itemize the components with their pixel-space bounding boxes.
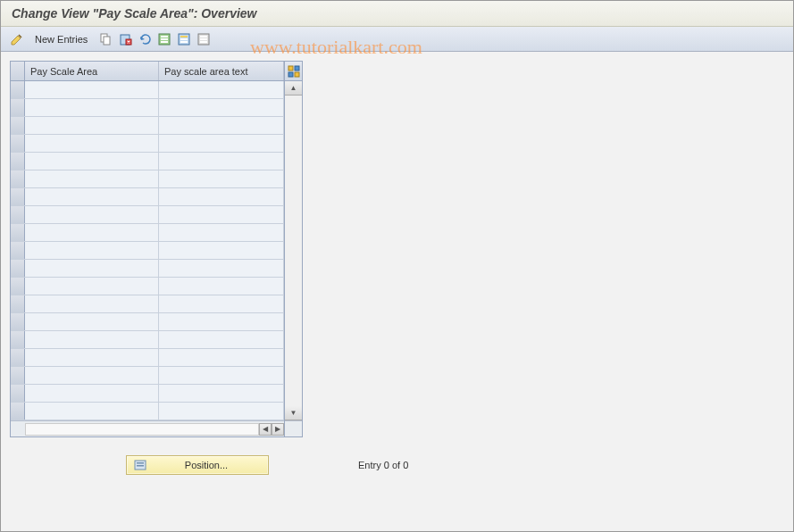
horizontal-scrollbar: ◀ ▶	[11, 420, 284, 436]
undo-icon[interactable]	[138, 32, 152, 46]
toolbar: New Entries	[1, 27, 793, 52]
data-table: Pay Scale Area Pay scale area text ◀ ▶ ▲…	[10, 61, 303, 437]
cell-pay-scale-area-text[interactable]	[159, 331, 284, 348]
table-row	[11, 403, 284, 420]
cell-pay-scale-area-text[interactable]	[159, 99, 284, 116]
row-selector[interactable]	[11, 367, 25, 384]
row-selector[interactable]	[11, 117, 25, 134]
table-row	[11, 385, 284, 403]
deselect-all-icon[interactable]	[196, 32, 211, 46]
cell-pay-scale-area-text[interactable]	[159, 242, 284, 259]
cell-pay-scale-area-text[interactable]	[159, 170, 284, 187]
table-row	[11, 295, 284, 313]
position-icon	[134, 459, 146, 471]
cell-pay-scale-area[interactable]	[25, 278, 159, 295]
vscroll-track[interactable]	[285, 96, 302, 406]
cell-pay-scale-area[interactable]	[25, 260, 159, 277]
row-selector[interactable]	[11, 224, 25, 241]
cell-pay-scale-area-text[interactable]	[159, 117, 284, 134]
svg-rect-19	[295, 72, 299, 77]
cell-pay-scale-area-text[interactable]	[159, 403, 284, 420]
table-header: Pay Scale Area Pay scale area text	[11, 62, 284, 81]
cell-pay-scale-area[interactable]	[25, 188, 159, 205]
cell-pay-scale-area[interactable]	[25, 295, 159, 312]
cell-pay-scale-area[interactable]	[25, 117, 159, 134]
cell-pay-scale-area[interactable]	[25, 242, 159, 259]
cell-pay-scale-area[interactable]	[25, 313, 159, 330]
cell-pay-scale-area[interactable]	[25, 206, 159, 223]
table-body	[11, 81, 284, 420]
table-row	[11, 135, 284, 153]
cell-pay-scale-area-text[interactable]	[159, 260, 284, 277]
row-selector[interactable]	[11, 99, 25, 116]
svg-rect-16	[288, 66, 293, 71]
cell-pay-scale-area[interactable]	[25, 153, 159, 170]
svg-rect-10	[180, 38, 188, 40]
select-all-icon[interactable]	[157, 32, 171, 46]
cell-pay-scale-area-text[interactable]	[159, 367, 284, 384]
table-row	[11, 81, 284, 99]
column-header-pay-scale-area-text[interactable]: Pay scale area text	[159, 62, 284, 80]
entry-status-text: Entry 0 of 0	[358, 460, 408, 470]
cell-pay-scale-area-text[interactable]	[159, 295, 284, 312]
row-selector[interactable]	[11, 242, 25, 259]
cell-pay-scale-area-text[interactable]	[159, 135, 284, 152]
row-selector[interactable]	[11, 349, 25, 366]
cell-pay-scale-area-text[interactable]	[159, 188, 284, 205]
row-selector[interactable]	[11, 81, 25, 98]
cell-pay-scale-area[interactable]	[25, 81, 159, 98]
page-title: Change View "Pay Scale Area": Overview	[1, 1, 793, 27]
table-settings-icon[interactable]	[285, 62, 302, 81]
cell-pay-scale-area[interactable]	[25, 403, 159, 420]
delete-icon[interactable]	[118, 32, 132, 46]
cell-pay-scale-area-text[interactable]	[159, 313, 284, 330]
cell-pay-scale-area[interactable]	[25, 135, 159, 152]
cell-pay-scale-area-text[interactable]	[159, 206, 284, 223]
vscroll-down-icon[interactable]: ▼	[285, 406, 302, 420]
row-selector[interactable]	[11, 331, 25, 348]
hscroll-left-icon[interactable]: ◀	[259, 423, 272, 436]
svg-rect-21	[137, 462, 144, 464]
cell-pay-scale-area[interactable]	[25, 99, 159, 116]
row-selector[interactable]	[11, 188, 25, 205]
cell-pay-scale-area-text[interactable]	[159, 385, 284, 402]
row-selector[interactable]	[11, 135, 25, 152]
cell-pay-scale-area[interactable]	[25, 367, 159, 384]
row-selector[interactable]	[11, 260, 25, 277]
table-row	[11, 170, 284, 188]
row-selector[interactable]	[11, 170, 25, 187]
row-selector[interactable]	[11, 153, 25, 170]
row-selector[interactable]	[11, 385, 25, 402]
row-selector[interactable]	[11, 403, 25, 420]
table-row	[11, 224, 284, 242]
vscroll-up-icon[interactable]: ▲	[285, 81, 302, 96]
column-header-pay-scale-area[interactable]: Pay Scale Area	[25, 62, 159, 80]
scroll-corner	[285, 420, 302, 436]
new-entries-button[interactable]: New Entries	[29, 34, 93, 45]
svg-rect-22	[137, 465, 144, 467]
cell-pay-scale-area[interactable]	[25, 224, 159, 241]
toggle-edit-icon[interactable]	[10, 32, 24, 46]
row-selector[interactable]	[11, 295, 25, 312]
position-button[interactable]: Position...	[126, 455, 269, 475]
cell-pay-scale-area[interactable]	[25, 385, 159, 402]
cell-pay-scale-area-text[interactable]	[159, 278, 284, 295]
cell-pay-scale-area-text[interactable]	[159, 153, 284, 170]
row-selector[interactable]	[11, 206, 25, 223]
hscroll-right-icon[interactable]: ▶	[272, 423, 284, 436]
cell-pay-scale-area[interactable]	[25, 170, 159, 187]
hscroll-track[interactable]	[25, 423, 259, 436]
cell-pay-scale-area[interactable]	[25, 349, 159, 366]
select-block-icon[interactable]	[177, 32, 191, 46]
cell-pay-scale-area[interactable]	[25, 331, 159, 348]
table-row	[11, 260, 284, 278]
cell-pay-scale-area-text[interactable]	[159, 224, 284, 241]
cell-pay-scale-area-text[interactable]	[159, 349, 284, 366]
table-row	[11, 331, 284, 349]
cell-pay-scale-area-text[interactable]	[159, 81, 284, 98]
row-selector[interactable]	[11, 313, 25, 330]
row-selector[interactable]	[11, 278, 25, 295]
select-all-rows[interactable]	[11, 62, 25, 80]
copy-icon[interactable]	[98, 32, 113, 46]
svg-rect-7	[161, 41, 168, 43]
